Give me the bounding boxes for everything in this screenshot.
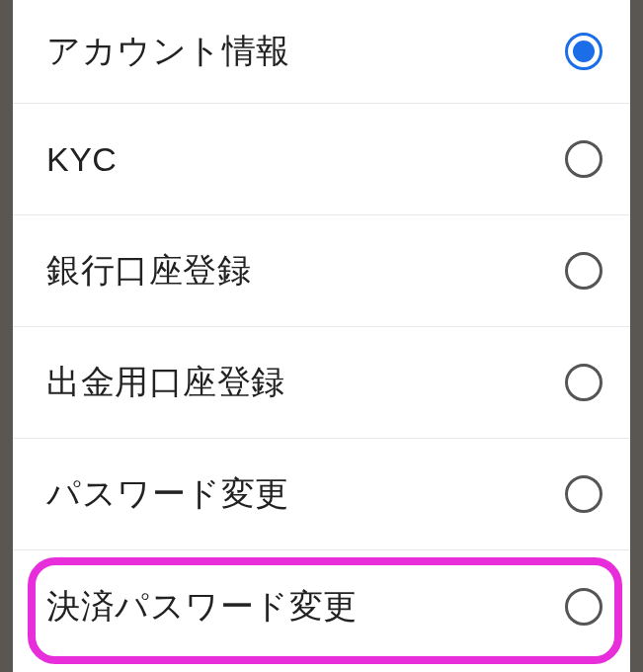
menu-item-kyc[interactable]: KYC: [13, 104, 630, 215]
menu-item-withdrawal-account-register[interactable]: 出金用口座登録: [13, 327, 630, 439]
radio-unselected-icon[interactable]: [565, 475, 603, 513]
menu-list: アカウント情報 KYC 銀行口座登録 出金用口座登録 パスワード変更 決済パスワ…: [13, 0, 630, 662]
menu-item-label: 決済パスワード変更: [46, 584, 358, 630]
menu-item-payment-password-change[interactable]: 決済パスワード変更: [13, 550, 630, 662]
menu-item-account-info[interactable]: アカウント情報: [13, 0, 630, 104]
menu-item-password-change[interactable]: パスワード変更: [13, 439, 630, 550]
radio-unselected-icon[interactable]: [565, 364, 603, 401]
menu-item-label: パスワード変更: [46, 471, 289, 517]
settings-panel: アカウント情報 KYC 銀行口座登録 出金用口座登録 パスワード変更 決済パスワ…: [13, 0, 630, 672]
menu-item-label: アカウント情報: [46, 29, 290, 74]
radio-selected-icon[interactable]: [565, 33, 603, 70]
radio-unselected-icon[interactable]: [565, 140, 603, 178]
radio-unselected-icon[interactable]: [565, 252, 603, 290]
menu-item-label: 銀行口座登録: [46, 248, 251, 294]
menu-item-label: KYC: [46, 140, 117, 179]
radio-unselected-icon[interactable]: [565, 588, 603, 626]
menu-item-bank-account-register[interactable]: 銀行口座登録: [13, 215, 630, 327]
menu-item-label: 出金用口座登録: [46, 360, 285, 405]
